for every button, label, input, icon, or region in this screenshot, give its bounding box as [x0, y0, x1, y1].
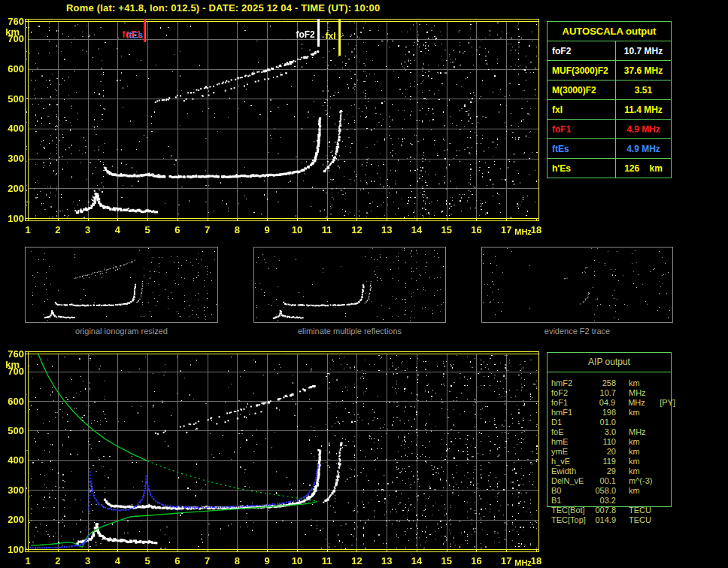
aip-row: B0058.0km	[551, 486, 675, 496]
aip-label: TEC[Top]	[551, 515, 587, 525]
aip-extra: [PY]	[660, 398, 675, 408]
autoscala-row-label: fxI	[548, 100, 616, 119]
autoscala-row: h'Es126 km	[548, 159, 671, 178]
bottom-ionogram-plot	[0, 346, 544, 568]
aip-row: hmF1198km	[551, 408, 675, 418]
aip-unit: km	[629, 447, 654, 457]
aip-value: 20	[587, 447, 616, 457]
page-title: Rome (lat: +41.8, lon: 012.5) - DATE: 20…	[66, 2, 380, 14]
aip-label: B1	[551, 496, 587, 506]
aip-row: TEC[Top]014.9TECU	[551, 515, 675, 525]
autoscala-row-label: foF1	[548, 120, 616, 138]
aip-table-title: AIP output	[548, 353, 671, 372]
aip-value: 058.0	[587, 486, 616, 496]
thumbnail-eliminate-reflections	[253, 247, 446, 323]
aip-unit: km	[629, 408, 654, 418]
aip-value: 00.1	[587, 476, 616, 486]
aip-value: 119	[587, 457, 616, 466]
autoscala-row-label: M(3000)F2	[548, 80, 616, 99]
autoscala-row-value: 4.9 MHz	[616, 139, 671, 158]
aip-row: hmE110km	[551, 437, 675, 447]
autoscala-row-label: ftEs	[548, 139, 616, 158]
aip-value: 198	[587, 408, 616, 418]
aip-label: DelN_vE	[551, 476, 587, 486]
autoscala-row-value: 10.7 MHz	[616, 41, 671, 60]
aip-unit: m^(-3)	[629, 476, 654, 486]
aip-unit	[629, 496, 654, 506]
aip-row: TEC[Bot]007.8TECU	[551, 506, 675, 515]
autoscala-row: foF14.9 MHz	[548, 120, 671, 139]
aip-unit: km	[629, 437, 654, 447]
autoscala-row: foF210.7 MHz	[548, 41, 671, 61]
aip-row: h_vE119km	[551, 457, 675, 466]
aip-row: hmF2258km	[551, 378, 675, 388]
aip-value: 014.9	[587, 515, 616, 525]
autoscala-row-value: 3.51	[616, 80, 671, 99]
aip-label: B0	[551, 486, 587, 496]
autoscala-row: M(3000)F23.51	[548, 80, 671, 100]
aip-value: 03.2	[587, 496, 616, 506]
top-ionogram-plot	[0, 14, 544, 239]
aip-rows: hmF2258kmfoF210.7MHzfoF104.9MHz[PY]hmF11…	[551, 378, 675, 525]
autoscala-output-table: AUTOSCALA output foF210.7 MHzMUF(3000)F2…	[547, 21, 672, 178]
aip-label: foF2	[551, 388, 587, 398]
thumbnail-original-ionogram	[25, 247, 218, 323]
aip-label: Ewidth	[551, 466, 587, 476]
aip-unit: MHz	[629, 388, 654, 398]
aip-value: 258	[587, 378, 616, 388]
thumbnail-caption-original: original ionogram resized	[25, 327, 218, 336]
autoscala-row-value: 4.9 MHz	[616, 120, 671, 138]
autoscala-row: ftEs4.9 MHz	[548, 139, 671, 159]
aip-label: foE	[551, 427, 587, 437]
autoscala-screen: Rome (lat: +41.8, lon: 012.5) - DATE: 20…	[0, 0, 728, 568]
aip-unit: TECU	[629, 515, 654, 525]
aip-value: 04.9	[587, 398, 616, 408]
aip-unit: TECU	[629, 506, 654, 515]
aip-row: foE3.0MHz	[551, 427, 675, 437]
thumbnail-caption-reflections: eliminate multiple reflections	[253, 327, 446, 336]
aip-label: foF1	[551, 398, 587, 408]
thumbnail-evidence-f2-trace	[481, 247, 673, 323]
aip-value: 3.0	[587, 427, 616, 437]
aip-label: hmF2	[551, 378, 587, 388]
aip-row: foF104.9MHz[PY]	[551, 398, 675, 408]
aip-row: D101.0	[551, 418, 675, 427]
aip-unit: km	[629, 466, 654, 476]
aip-unit	[629, 418, 654, 427]
autoscala-row-value: 11.4 MHz	[616, 100, 671, 119]
aip-row: ymE20km	[551, 447, 675, 457]
aip-unit: km	[629, 378, 654, 388]
aip-label: D1	[551, 418, 587, 427]
aip-row: B103.2	[551, 496, 675, 506]
autoscala-row: fxI11.4 MHz	[548, 100, 671, 120]
aip-value: 10.7	[587, 388, 616, 398]
autoscala-row-label: h'Es	[548, 159, 616, 178]
aip-unit: km	[629, 457, 654, 466]
autoscala-row-label: MUF(3000)F2	[548, 61, 616, 80]
aip-label: ymE	[551, 447, 587, 457]
aip-unit: MHz	[629, 427, 654, 437]
autoscala-row-label: foF2	[548, 41, 616, 60]
aip-row: DelN_vE00.1m^(-3)	[551, 476, 675, 486]
aip-unit: MHz	[628, 398, 654, 408]
aip-value: 01.0	[587, 418, 616, 427]
aip-label: h_vE	[551, 457, 587, 466]
aip-value: 110	[587, 437, 616, 447]
aip-row: Ewidth29km	[551, 466, 675, 476]
autoscala-row-value: 126 km	[616, 159, 671, 178]
autoscala-table-title: AUTOSCALA output	[548, 22, 671, 41]
aip-unit: km	[629, 486, 654, 496]
autoscala-row-value: 37.6 MHz	[616, 61, 671, 80]
aip-row: foF210.7MHz	[551, 388, 675, 398]
aip-value: 007.8	[587, 506, 616, 515]
aip-label: TEC[Bot]	[551, 506, 587, 515]
aip-label: hmF1	[551, 408, 587, 418]
aip-label: hmE	[551, 437, 587, 447]
thumbnail-caption-f2: evidence F2 trace	[481, 327, 673, 336]
autoscala-row: MUF(3000)F237.6 MHz	[548, 61, 671, 80]
aip-value: 29	[587, 466, 616, 476]
